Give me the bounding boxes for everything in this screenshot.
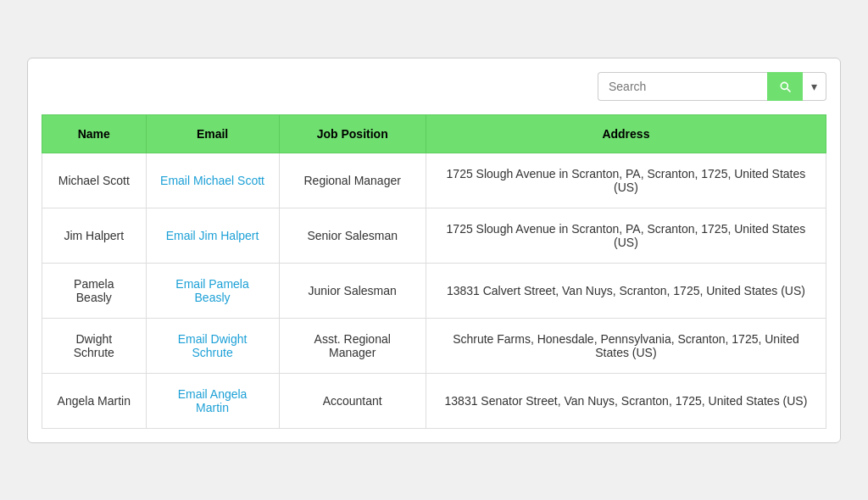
toolbar: ▾ [42,72,826,101]
cell-email: Email Michael Scott [146,153,279,208]
col-header-address: Address [426,114,826,153]
email-link[interactable]: Email Dwight Schrute [178,332,248,359]
email-link[interactable]: Email Jim Halpert [166,229,259,242]
cell-job-position: Junior Salesman [279,263,426,318]
search-icon [778,80,792,93]
table-row: Jim HalpertEmail Jim HalpertSenior Sales… [42,208,826,263]
main-container: ▾ Name Email Job Position Address Michae… [27,58,841,443]
search-button[interactable] [767,72,803,101]
dropdown-button[interactable]: ▾ [803,72,826,101]
col-header-name: Name [42,114,147,153]
cell-address: 13831 Calvert Street, Van Nuys, Scranton… [426,263,826,318]
cell-name: Michael Scott [42,153,147,208]
col-header-email: Email [146,114,279,153]
cell-address: Schrute Farms, Honesdale, Pennsylvania, … [426,318,826,373]
col-header-job: Job Position [279,114,426,153]
cell-email: Email Dwight Schrute [146,318,279,373]
table-row: Michael ScottEmail Michael ScottRegional… [42,153,826,208]
cell-name: Dwight Schrute [42,318,147,373]
cell-name: Jim Halpert [42,208,147,263]
email-link[interactable]: Email Angela Martin [178,387,248,414]
table-row: Dwight SchruteEmail Dwight SchruteAsst. … [42,318,826,373]
cell-email: Email Pamela Beasly [146,263,279,318]
cell-job-position: Accountant [279,373,426,428]
table-row: Angela MartinEmail Angela MartinAccounta… [42,373,826,428]
cell-name: Pamela Beasly [42,263,147,318]
search-wrapper: ▾ [598,72,826,101]
table-header-row: Name Email Job Position Address [42,114,826,153]
search-input[interactable] [598,72,767,101]
cell-address: 13831 Senator Street, Van Nuys, Scranton… [426,373,826,428]
cell-job-position: Senior Salesman [279,208,426,263]
cell-email: Email Angela Martin [146,373,279,428]
table-row: Pamela BeaslyEmail Pamela BeaslyJunior S… [42,263,826,318]
cell-address: 1725 Slough Avenue in Scranton, PA, Scra… [426,208,826,263]
email-link[interactable]: Email Michael Scott [160,174,264,187]
chevron-down-icon: ▾ [811,80,817,93]
cell-address: 1725 Slough Avenue in Scranton, PA, Scra… [426,153,826,208]
cell-name: Angela Martin [42,373,147,428]
email-link[interactable]: Email Pamela Beasly [175,277,248,304]
contacts-table: Name Email Job Position Address Michael … [42,114,826,429]
cell-job-position: Asst. Regional Manager [279,318,426,373]
cell-email: Email Jim Halpert [146,208,279,263]
cell-job-position: Regional Manager [279,153,426,208]
